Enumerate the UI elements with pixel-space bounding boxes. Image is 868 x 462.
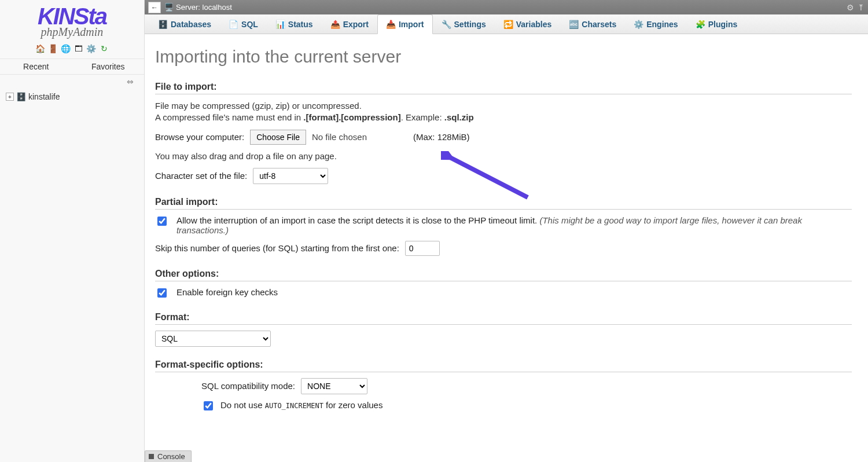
- tab-label: Plugins: [708, 20, 738, 29]
- tab-label: SQL: [241, 20, 258, 29]
- auto-increment-label: Do not use AUTO_INCREMENT for zero value…: [220, 400, 382, 410]
- server-label: Server: localhost: [176, 3, 232, 12]
- page-title: Importing into the current server: [155, 47, 852, 67]
- collapse-sidebar-icon[interactable]: ⇔: [127, 77, 134, 86]
- logo-sub: phpMyAdmin: [41, 25, 104, 39]
- compat-mode-select[interactable]: NONE: [301, 378, 367, 394]
- tab-engines[interactable]: ⚙️Engines: [625, 14, 686, 34]
- engines-icon: ⚙️: [634, 20, 643, 29]
- sql-icon: 📄: [229, 20, 238, 29]
- sidebar-tab-recent[interactable]: Recent: [0, 59, 72, 74]
- section-partial-import: Partial import:: [155, 197, 852, 210]
- text: for zero values: [323, 400, 383, 410]
- allow-interrupt-label: Allow the interruption of an import in c…: [176, 215, 852, 235]
- server-icon: 🖥️: [164, 3, 174, 12]
- export-icon: 📤: [330, 20, 340, 29]
- settings-icon[interactable]: ⚙️: [86, 43, 97, 54]
- no-file-chosen: No file chosen: [312, 132, 367, 142]
- sidebar: KINSta phpMyAdmin 🏠 🚪 🌐 🗔 ⚙️ ↻ Recent Fa…: [0, 0, 145, 462]
- tree-expand-icon[interactable]: +: [6, 93, 14, 101]
- tab-status[interactable]: 📊Status: [267, 14, 322, 34]
- tab-export[interactable]: 📤Export: [322, 14, 377, 34]
- console-icon: [149, 454, 154, 459]
- drag-drop-hint: You may also drag and drop a file on any…: [155, 151, 852, 162]
- text-bold: .sql.zip: [444, 112, 474, 122]
- collapse-topbar-icon[interactable]: ⤒: [858, 3, 865, 12]
- text: Do not use: [220, 400, 265, 410]
- tab-label: Export: [343, 20, 369, 29]
- compat-mode-label: SQL compatibility mode:: [201, 381, 295, 391]
- content: Importing into the current server File t…: [145, 34, 868, 462]
- browse-label: Browse your computer:: [155, 132, 244, 142]
- allow-interrupt-checkbox[interactable]: [157, 217, 167, 226]
- home-icon[interactable]: 🏠: [35, 43, 46, 54]
- tab-charsets[interactable]: 🔤Charsets: [560, 14, 625, 34]
- tab-label: Engines: [646, 20, 678, 29]
- max-size: (Max: 128MiB): [413, 132, 470, 142]
- plugins-icon: 🧩: [696, 20, 705, 29]
- auto-increment-checkbox[interactable]: [204, 401, 213, 410]
- file-help-line1: File may be compressed (gzip, zip) or un…: [155, 100, 852, 112]
- status-icon: 📊: [275, 20, 285, 29]
- section-format-specific: Format-specific options:: [155, 360, 852, 372]
- foreign-key-label: Enable foreign key checks: [176, 287, 278, 297]
- docs-icon[interactable]: 🌐: [61, 43, 71, 54]
- sidebar-icon-row: 🏠 🚪 🌐 🗔 ⚙️ ↻: [35, 43, 109, 54]
- reload-icon[interactable]: ↻: [99, 43, 109, 54]
- tab-label: Databases: [171, 20, 211, 29]
- gear-icon[interactable]: ⚙: [847, 3, 854, 12]
- foreign-key-checkbox[interactable]: [157, 288, 167, 298]
- file-help-line2: A compressed file's name must end in .[f…: [155, 112, 852, 123]
- databases-icon: 🗄️: [158, 20, 167, 29]
- sidebar-tabs: Recent Favorites: [0, 58, 144, 75]
- logo-main: KINSta: [38, 3, 106, 27]
- section-file-to-import: File to import:: [155, 82, 852, 94]
- skip-queries-input[interactable]: [405, 241, 440, 256]
- tab-label: Import: [399, 20, 424, 29]
- sidebar-tab-favorites[interactable]: Favorites: [72, 59, 145, 74]
- charsets-icon: 🔤: [569, 20, 578, 29]
- database-icon: 🗄️: [16, 92, 26, 101]
- charset-label: Character set of the file:: [155, 171, 247, 181]
- tab-sql[interactable]: 📄SQL: [220, 14, 267, 34]
- tab-label: Charsets: [582, 20, 616, 29]
- charset-select[interactable]: utf-8: [253, 168, 328, 184]
- variables-icon: 🔁: [503, 20, 513, 29]
- tab-variables[interactable]: 🔁Variables: [495, 14, 561, 34]
- skip-queries-label: Skip this number of queries (for SQL) st…: [155, 243, 399, 253]
- main-tabs: 🗄️Databases 📄SQL 📊Status 📤Export 📥Import…: [145, 14, 868, 34]
- section-other-options: Other options:: [155, 269, 852, 281]
- query-window-icon[interactable]: 🗔: [73, 43, 84, 54]
- choose-file-button[interactable]: Choose File: [250, 130, 306, 145]
- tab-import[interactable]: 📥Import: [377, 14, 433, 34]
- db-tree-item[interactable]: + 🗄️ kinstalife: [6, 92, 138, 101]
- tab-databases[interactable]: 🗄️Databases: [149, 14, 220, 34]
- console-label: Console: [157, 452, 185, 461]
- section-format: Format:: [155, 312, 852, 325]
- logout-icon[interactable]: 🚪: [48, 43, 58, 54]
- text-bold: .[format].[compression]: [303, 112, 400, 122]
- format-select[interactable]: SQL: [155, 331, 271, 347]
- tab-label: Status: [288, 20, 313, 29]
- text: A compressed file's name must end in: [155, 112, 303, 122]
- tab-settings[interactable]: 🔧Settings: [433, 14, 495, 34]
- topbar: ← 🖥️ Server: localhost ⚙ ⤒: [145, 0, 868, 14]
- import-icon: 📥: [386, 20, 395, 29]
- tab-label: Variables: [516, 20, 552, 29]
- code-text: AUTO_INCREMENT: [265, 402, 323, 410]
- text: . Example:: [401, 112, 444, 122]
- tab-label: Settings: [454, 20, 486, 29]
- settings-tab-icon: 🔧: [442, 20, 451, 29]
- db-name: kinstalife: [28, 92, 60, 101]
- text: Allow the interruption of an import in c…: [176, 215, 540, 225]
- back-button[interactable]: ←: [148, 2, 161, 13]
- console-tab[interactable]: Console: [145, 450, 192, 462]
- tab-plugins[interactable]: 🧩Plugins: [687, 14, 746, 34]
